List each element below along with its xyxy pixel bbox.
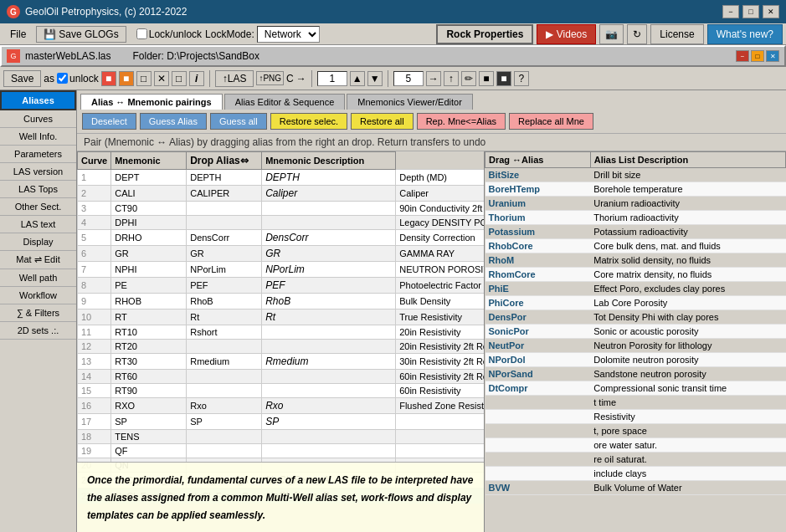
list-item[interactable]: NPorDolDolomite neutron porosity bbox=[485, 353, 786, 367]
list-item[interactable]: DtComprCompressional sonic transit time bbox=[485, 381, 786, 396]
rock-properties-button[interactable]: Rock Properties bbox=[436, 24, 533, 44]
list-item[interactable]: BitSizeDrill bit size bbox=[485, 168, 786, 182]
lock-mode-select[interactable]: Network bbox=[257, 26, 320, 43]
decrement-button[interactable]: ▼ bbox=[367, 71, 383, 86]
sidebar-item-other-sect[interactable]: Other Sect. bbox=[0, 198, 76, 216]
pencil-button[interactable]: ✏ bbox=[461, 71, 476, 86]
tab-alias-editor[interactable]: Alias Editor & Sequence bbox=[224, 94, 346, 110]
sidebar-item-curves[interactable]: Curves bbox=[0, 110, 76, 128]
orange-icon[interactable]: ■ bbox=[119, 71, 134, 86]
tab-alias-mnemonic[interactable]: Alias ↔ Mnemonic pairings bbox=[80, 94, 223, 110]
maximize-button[interactable]: □ bbox=[742, 5, 759, 18]
num5-input[interactable] bbox=[393, 71, 424, 86]
increment-button[interactable]: ▲ bbox=[350, 71, 365, 86]
unlock-checkbox[interactable] bbox=[57, 73, 68, 84]
list-item[interactable]: RhoMMatrix solid density, no fluids bbox=[485, 253, 786, 268]
list-item[interactable]: Resistivity bbox=[485, 410, 786, 424]
refresh-button[interactable]: ↻ bbox=[627, 24, 647, 44]
unlock-checkbox-wrap[interactable]: unlock bbox=[57, 73, 99, 84]
guess-alias-button[interactable]: Guess Alias bbox=[140, 113, 207, 130]
las-button[interactable]: ↑LAS bbox=[215, 70, 254, 87]
tab-mnemonics-viewer[interactable]: Mnemonics Viewer/Editor bbox=[347, 94, 473, 110]
whats-new-button[interactable]: What's new? bbox=[707, 24, 783, 44]
table-row[interactable]: 13RT30RmediumRmedium30in Resistivity 2ft… bbox=[78, 354, 485, 370]
file-menu[interactable]: File bbox=[3, 27, 33, 42]
list-item[interactable]: ThoriumThorium radioactivity bbox=[485, 211, 786, 225]
table-row[interactable]: 16RXORxoRxoFlushed Zone Resistivity bbox=[78, 398, 485, 414]
sub-close-button[interactable]: ✕ bbox=[766, 50, 779, 62]
table-row[interactable]: 10RTRtRtTrue Resistivity bbox=[78, 309, 485, 325]
sidebar-item-display[interactable]: Display bbox=[0, 233, 76, 251]
sidebar-item-aliases[interactable]: Aliases bbox=[0, 90, 76, 110]
red-icon[interactable]: ■ bbox=[101, 71, 116, 86]
white-icon[interactable]: □ bbox=[136, 71, 152, 86]
sidebar-item-2d-sets[interactable]: 2D sets .:. bbox=[0, 322, 76, 340]
sidebar-item-las-version[interactable]: LAS version bbox=[0, 163, 76, 181]
table-row[interactable]: 5DRHODensCorrDensCorrDensity Correction bbox=[78, 230, 485, 246]
table-row[interactable]: 15RT9060in Resistivity bbox=[78, 384, 485, 398]
table-row[interactable]: 8PEPEFPEFPhotoelectric Factor bbox=[78, 278, 485, 294]
restore-all-button[interactable]: Restore all bbox=[351, 113, 414, 130]
videos-button[interactable]: ▶ Videos bbox=[537, 24, 596, 44]
question-button[interactable]: ? bbox=[514, 71, 529, 86]
lock-checkbox[interactable] bbox=[136, 28, 147, 39]
lock-checkbox-wrap[interactable]: Lock/unlock bbox=[136, 28, 202, 40]
png-button[interactable]: ↑PNG bbox=[256, 71, 284, 85]
sidebar-item-mat-edit[interactable]: Mat ⇌ Edit bbox=[0, 251, 76, 269]
list-item[interactable]: RhomCoreCore matrix density, no fluids bbox=[485, 268, 786, 282]
left-table-container[interactable]: Curve Mnemonic Drop Alias⇔ Mnemonic Desc… bbox=[77, 151, 485, 532]
sidebar-item-las-text[interactable]: LAS text bbox=[0, 216, 76, 233]
sub-close-btns[interactable]: − □ ✕ bbox=[736, 50, 779, 62]
list-item[interactable]: PhiEEffect Poro, excludes clay pores bbox=[485, 282, 786, 296]
list-item[interactable]: include clays bbox=[485, 467, 786, 481]
list-item[interactable]: PotassiumPotassium radioactivity bbox=[485, 225, 786, 239]
list-item[interactable]: SonicPorSonic or acoustic porosity bbox=[485, 325, 786, 339]
num1-input[interactable] bbox=[317, 71, 347, 86]
minimize-button[interactable]: − bbox=[722, 5, 739, 18]
restore-selec-button[interactable]: Restore selec. bbox=[270, 113, 347, 130]
list-item[interactable]: re oil saturat. bbox=[485, 453, 786, 467]
right-arrow-button[interactable]: → bbox=[426, 71, 441, 86]
table-row[interactable]: 9RHOBRhoBRhoBBulk Density bbox=[78, 294, 485, 309]
camera-button[interactable]: 📷 bbox=[599, 24, 624, 44]
close-button[interactable]: ✕ bbox=[763, 5, 779, 18]
x-icon[interactable]: ✕ bbox=[154, 71, 169, 86]
deselect-button[interactable]: Deselect bbox=[82, 113, 136, 130]
table-row[interactable]: 11RT10Rshort20in Resistivity bbox=[78, 325, 485, 340]
sub-maximize-button[interactable]: □ bbox=[751, 50, 764, 62]
save-glogs-button[interactable]: 💾 Save GLOGs bbox=[36, 26, 126, 43]
table-row[interactable]: 12RT2020in Resistivity 2ft Res bbox=[78, 340, 485, 354]
list-item[interactable]: NeutPorNeutron Porosity for lithology bbox=[485, 339, 786, 353]
table-row[interactable]: 7NPHINPorLimNPorLimNEUTRON POROSITY bbox=[78, 262, 485, 278]
check-icon[interactable]: □ bbox=[172, 71, 187, 86]
list-item[interactable]: ore water satur. bbox=[485, 438, 786, 453]
up-arrow-button[interactable]: ↑ bbox=[444, 71, 459, 86]
replace-all-mne-button[interactable]: Replace all Mne bbox=[509, 113, 593, 130]
license-button[interactable]: License bbox=[650, 24, 703, 44]
sidebar-item-well-info[interactable]: Well Info. bbox=[0, 128, 76, 146]
sidebar-item-filters[interactable]: ∑ & Filters bbox=[0, 304, 76, 322]
table-row[interactable]: 18TENS bbox=[78, 430, 485, 444]
rep-mne-alias-button[interactable]: Rep. Mne<=Alias bbox=[417, 113, 506, 130]
list-item[interactable]: DensPorTot Density Phi with clay pores bbox=[485, 310, 786, 325]
title-bar-controls[interactable]: − □ ✕ bbox=[722, 5, 779, 18]
sidebar-item-parameters[interactable]: Parameters bbox=[0, 146, 76, 163]
table-row[interactable]: 1DEPTDEPTHDEPTHDepth (MD) bbox=[78, 170, 485, 186]
sub-minimize-button[interactable]: − bbox=[736, 50, 749, 62]
i-icon[interactable]: i bbox=[189, 71, 204, 86]
table-row[interactable]: 19QF bbox=[78, 444, 485, 458]
table-row[interactable]: 6GRGRGRGAMMA RAY bbox=[78, 246, 485, 262]
table-row[interactable]: 14RT6060in Resistivity 2ft Res bbox=[78, 370, 485, 384]
table-row[interactable]: 17SPSPSP bbox=[78, 414, 485, 430]
list-item[interactable]: t time bbox=[485, 396, 786, 410]
list-item[interactable]: UraniumUranium radioactivity bbox=[485, 197, 786, 211]
list-item[interactable]: BoreHTempBorehole temperature bbox=[485, 182, 786, 197]
table-row[interactable]: 4DPHILegacy DENSITY POROSITY bbox=[78, 216, 485, 230]
list-item[interactable]: PhiCoreLab Core Porosity bbox=[485, 296, 786, 310]
list-item[interactable]: t, pore space bbox=[485, 424, 786, 438]
sidebar-item-well-path[interactable]: Well path bbox=[0, 269, 76, 287]
square-button[interactable]: ■ bbox=[479, 71, 494, 86]
list-item[interactable]: BVWBulk Volume of Water bbox=[485, 481, 786, 495]
guess-all-button[interactable]: Guess all bbox=[210, 113, 267, 130]
list-item[interactable]: RhobCoreCore bulk dens, mat. and fluids bbox=[485, 239, 786, 253]
